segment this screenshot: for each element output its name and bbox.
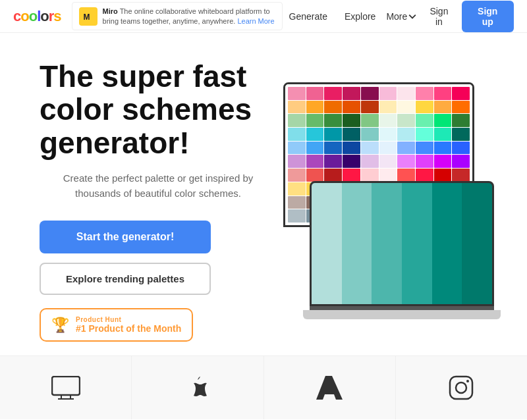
laptop-base [303,310,501,319]
signup-button[interactable]: Sign up [462,1,514,32]
palette-column [432,183,462,304]
svg-rect-1 [52,377,80,395]
swatch-cell [379,155,397,168]
swatch-cell [397,169,415,182]
swatch-cell [324,155,342,168]
swatch-cell [434,114,452,127]
swatch-cell [452,114,470,127]
swatch-cell [397,114,415,127]
swatch-cell [397,87,415,100]
swatch-cell [397,142,415,155]
swatch-cell [324,101,342,114]
swatch-cell [379,114,397,127]
swatch-cell [416,142,433,155]
swatch-cell [379,142,397,155]
swatch-cell [343,101,360,114]
instagram-icon [449,375,474,400]
platform-adobe[interactable] [264,356,396,419]
swatch-cell [288,182,306,196]
miro-learn-more-link[interactable]: Learn More [237,17,274,25]
palette-column [402,183,432,304]
swatch-cell [361,155,379,168]
laptop-palette [312,183,492,304]
swatch-cell [416,87,433,100]
start-generator-button[interactable]: Start the generator! [40,221,211,253]
swatch-cell [434,87,452,100]
apple-icon [186,375,209,401]
swatch-cell [288,155,306,168]
swatch-cell [452,128,470,141]
swatch-cell [452,169,470,182]
swatch-cell [434,169,452,182]
swatch-cell [288,114,306,127]
swatch-cell [288,169,306,182]
swatch-cell [306,87,324,100]
miro-advertisement[interactable]: M Miro The online collaborative whiteboa… [72,2,283,30]
swatch-cell [324,128,342,141]
nav-links: Generate Explore More Sign in Sign up [283,1,514,32]
swatch-cell [288,196,306,209]
swatch-cell [452,101,470,114]
swatch-cell [361,142,379,155]
coolors-wordmark: coolors [13,8,61,25]
palette-column [342,183,372,304]
palette-column [312,183,342,304]
trophy-icon: 🏆 [51,317,69,334]
swatch-cell [397,155,415,168]
swatch-cell [452,155,470,168]
swatch-cell [324,169,342,182]
swatch-cell [288,209,306,223]
swatch-cell [288,87,306,100]
swatch-cell [452,87,470,100]
svg-text:M: M [83,12,90,21]
signin-button[interactable]: Sign in [420,2,457,31]
svg-point-6 [456,382,466,393]
swatch-cell [361,169,379,182]
swatch-cell [306,155,324,168]
swatch-cell [306,169,324,182]
chevron-down-icon [408,13,416,20]
platform-instagram[interactable] [396,356,527,419]
swatch-cell [343,114,360,127]
swatch-cell [288,101,306,114]
hero-section: The super fast color schemes generator! … [0,33,527,355]
swatch-cell [306,142,324,155]
swatch-cell [434,142,452,155]
swatch-cell [306,114,324,127]
swatch-cell [324,142,342,155]
platform-apple[interactable] [132,356,264,419]
swatch-cell [416,101,433,114]
swatch-cell [288,142,306,155]
miro-logo: M [79,7,97,26]
swatch-cell [343,169,360,182]
swatch-cell [361,114,379,127]
nav-generate[interactable]: Generate [283,7,334,26]
palette-column [462,183,492,304]
adobe-icon [316,376,343,400]
swatch-cell [361,87,379,100]
swatch-cell [416,128,433,141]
platform-desktop[interactable] [0,356,132,419]
swatch-cell [434,128,452,141]
palette-column [372,183,402,304]
swatch-cell [434,155,452,168]
nav-more[interactable]: More [386,11,416,22]
swatch-cell [324,87,342,100]
swatch-cell [416,114,433,127]
logo[interactable]: coolors [13,8,61,25]
svg-rect-5 [450,377,472,399]
swatch-cell [306,128,324,141]
swatch-cell [379,87,397,100]
explore-palettes-button[interactable]: Explore trending palettes [40,263,211,295]
swatch-cell [343,155,360,168]
swatch-cell [361,101,379,114]
swatch-cell [379,128,397,141]
laptop-screen [310,181,494,306]
laptop-device [310,181,494,319]
hero-title: The super fast color schemes generator! [40,60,277,160]
nav-explore[interactable]: Explore [338,7,382,26]
swatch-cell [361,128,379,141]
swatch-cell [288,128,306,141]
swatch-cell [452,142,470,155]
product-hunt-badge[interactable]: 🏆 Product Hunt #1 Product of the Month [40,308,193,342]
